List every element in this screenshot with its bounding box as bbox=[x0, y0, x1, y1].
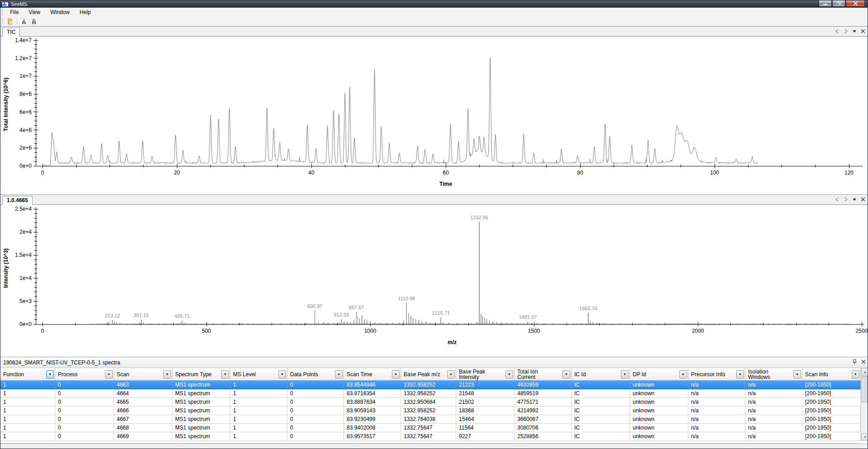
cell: [200-1950] bbox=[802, 381, 861, 389]
tab-list-button[interactable] bbox=[851, 28, 857, 34]
cell: 4666 bbox=[114, 406, 172, 415]
cell: n/a bbox=[688, 406, 745, 415]
column-header-process[interactable]: Process▼ bbox=[55, 368, 114, 381]
spectrum-chart[interactable]: 05001000150020002500m/z0e+05e+31e+41.5e+… bbox=[0, 205, 868, 357]
column-filter-dropdown[interactable]: ▼ bbox=[563, 370, 570, 378]
close-tab-button[interactable] bbox=[860, 28, 866, 34]
spectrum-view-button[interactable] bbox=[29, 17, 39, 26]
grid-header-row: Function▼Process▼Scan▼Spectrum Type▼MS L… bbox=[0, 368, 861, 381]
spectrum-row-4664[interactable]: 104664MS1 spectrum1083.87163541332.95825… bbox=[0, 389, 861, 398]
scrollbar-thumb[interactable] bbox=[862, 376, 868, 402]
column-header-scan[interactable]: Scan▼ bbox=[114, 368, 172, 381]
next-tab-button[interactable] bbox=[843, 28, 849, 34]
menu-file[interactable]: File bbox=[5, 8, 24, 16]
column-header-label: Spectrum Type bbox=[175, 372, 220, 377]
cell: 83.9402008 bbox=[344, 424, 401, 432]
column-header-isolation-windows[interactable]: Isolation Windows▼ bbox=[745, 368, 802, 381]
menubar-grip[interactable] bbox=[2, 9, 3, 15]
minimize-button[interactable] bbox=[819, 0, 832, 7]
prev-tab-button[interactable] bbox=[834, 196, 840, 202]
tab-spectrum[interactable]: 1.0.4665 bbox=[2, 196, 33, 205]
column-filter-dropdown[interactable]: ▼ bbox=[105, 370, 113, 378]
tic-chart[interactable]: 020406080100120Time0e+02e+64e+66e+68e+61… bbox=[0, 37, 868, 195]
column-filter-dropdown[interactable]: ▼ bbox=[679, 370, 687, 378]
column-filter-dropdown[interactable]: ▼ bbox=[278, 370, 286, 378]
close-button[interactable] bbox=[846, 0, 865, 7]
column-filter-dropdown[interactable]: ▼ bbox=[506, 370, 513, 378]
cell: 1 bbox=[230, 389, 287, 397]
cell: 83.8887634 bbox=[344, 398, 401, 406]
scroll-up-button[interactable]: ▲ bbox=[861, 368, 868, 376]
column-header-data-points[interactable]: Data Points▼ bbox=[287, 368, 344, 381]
spectrum-row-4666[interactable]: 104666MS1 spectrum1083.90591431332.95825… bbox=[0, 406, 861, 415]
cell: n/a bbox=[745, 424, 802, 432]
spectrum-row-4669[interactable]: 104669MS1 spectrum1083.95735171332.75647… bbox=[0, 432, 861, 441]
column-header-base-peak-m-z[interactable]: Base Peak m/z▼ bbox=[401, 368, 456, 381]
column-header-ic-id[interactable]: IC Id▼ bbox=[572, 368, 630, 381]
cell: MS1 spectrum bbox=[172, 398, 230, 406]
next-tab-button[interactable] bbox=[843, 196, 849, 202]
menu-help[interactable]: Help bbox=[75, 8, 96, 16]
spectrum-row-4668[interactable]: 104668MS1 spectrum1083.94020081332.75647… bbox=[0, 424, 861, 432]
open-file-button[interactable] bbox=[5, 17, 15, 26]
window-titlebar[interactable]: SeeMS bbox=[0, 0, 868, 8]
column-header-label: Scan Time bbox=[347, 372, 391, 377]
close-tab-button[interactable] bbox=[860, 196, 866, 202]
spectrum-row-4663[interactable]: 104663MS1 spectrum1083.85448461332.95825… bbox=[0, 381, 861, 389]
column-filter-dropdown[interactable]: ▼ bbox=[793, 370, 801, 378]
column-filter-dropdown[interactable]: ▼ bbox=[392, 370, 400, 378]
column-filter-dropdown[interactable]: ▼ bbox=[335, 370, 343, 378]
column-header-base-peak-intensity[interactable]: Base Peak Intensity▼ bbox=[456, 368, 515, 381]
spectra-table-titlebar[interactable]: 190624_SMART_NIST-UV_TCEP-0-5_1 spectra bbox=[0, 357, 868, 368]
menu-view[interactable]: View bbox=[24, 8, 45, 16]
column-header-precursor-info[interactable]: Precursor Info▼ bbox=[688, 368, 745, 381]
spectrum-row-4667[interactable]: 104667MS1 spectrum1083.92304991332.76403… bbox=[0, 415, 861, 424]
column-filter-dropdown[interactable]: ▼ bbox=[221, 370, 229, 378]
next-tab-icon bbox=[844, 29, 848, 33]
column-filter-dropdown[interactable]: ▼ bbox=[46, 370, 54, 378]
column-header-function[interactable]: Function▼ bbox=[0, 368, 55, 381]
cell: 4668 bbox=[114, 424, 172, 432]
prev-tab-button[interactable] bbox=[834, 28, 840, 34]
column-filter-dropdown[interactable]: ▼ bbox=[736, 370, 744, 378]
column-header-spectrum-type[interactable]: Spectrum Type▼ bbox=[172, 368, 230, 381]
column-header-dp-id[interactable]: DP Id▼ bbox=[630, 368, 688, 381]
svg-text:0: 0 bbox=[41, 328, 44, 334]
cell: 4669 bbox=[114, 432, 172, 440]
svg-text:20: 20 bbox=[174, 170, 180, 176]
cell: [200-1950] bbox=[802, 398, 861, 406]
cell: 1 bbox=[0, 389, 55, 397]
cell: MS1 spectrum bbox=[172, 406, 230, 415]
spectrum-tabstrip: 1.0.4665 bbox=[0, 195, 868, 205]
cell: 4664 bbox=[114, 389, 172, 397]
chromatogram-view-button[interactable] bbox=[19, 17, 29, 26]
column-header-ms-level[interactable]: MS Level▼ bbox=[230, 368, 287, 381]
column-header-total-ion-current[interactable]: Total Ion Current▼ bbox=[515, 368, 572, 381]
cell: 21548 bbox=[456, 389, 515, 397]
column-filter-dropdown[interactable]: ▼ bbox=[852, 370, 859, 378]
svg-text:0e+0: 0e+0 bbox=[19, 163, 32, 169]
toolbar-grip[interactable] bbox=[2, 18, 3, 24]
column-header-scan-info[interactable]: Scan Info▼ bbox=[802, 368, 861, 381]
cell: 18368 bbox=[456, 406, 515, 415]
open-folder-icon bbox=[8, 18, 12, 25]
spectrum-icon bbox=[32, 18, 36, 24]
cell: [200-1950] bbox=[802, 424, 861, 432]
scroll-down-button[interactable]: ▼ bbox=[861, 433, 868, 441]
cell: n/a bbox=[688, 398, 745, 406]
column-filter-dropdown[interactable]: ▼ bbox=[447, 370, 455, 378]
restore-button[interactable] bbox=[832, 0, 845, 7]
column-header-scan-time[interactable]: Scan Time▼ bbox=[344, 368, 401, 381]
vertical-scrollbar[interactable]: ▲ ▼ bbox=[861, 368, 868, 441]
tab-tic[interactable]: TIC bbox=[2, 28, 20, 37]
spectrum-row-4665[interactable]: 104665MS1 spectrum1083.88876341332.95068… bbox=[0, 398, 861, 406]
column-filter-dropdown[interactable]: ▼ bbox=[621, 370, 629, 378]
seems-window: SeeMS File View Window Help bbox=[0, 0, 868, 449]
tab-list-button[interactable] bbox=[851, 196, 857, 202]
menu-window[interactable]: Window bbox=[45, 8, 75, 16]
column-filter-dropdown[interactable]: ▼ bbox=[163, 370, 171, 378]
pin-button[interactable] bbox=[852, 359, 857, 366]
menu-bar: File View Window Help bbox=[0, 8, 868, 17]
close-panel-button[interactable] bbox=[861, 359, 866, 366]
cell: MS1 spectrum bbox=[172, 415, 230, 423]
